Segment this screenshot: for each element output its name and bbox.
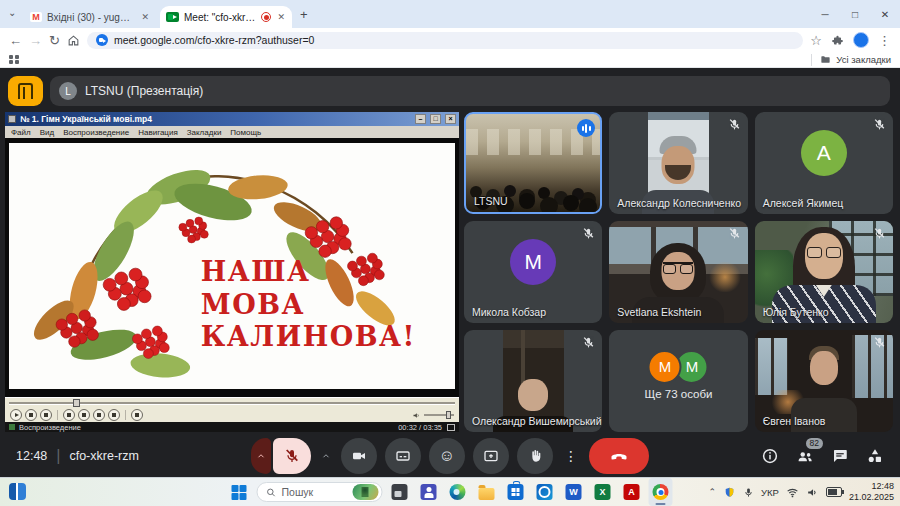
presentation-logo[interactable] — [8, 76, 43, 106]
taskbar-search[interactable]: Пошук — [257, 482, 383, 502]
home-icon[interactable] — [67, 34, 80, 47]
browser-menu-icon[interactable]: ⋮ — [878, 34, 891, 47]
edge-icon[interactable] — [446, 478, 470, 506]
tab-gmail[interactable]: M Вхідні (30) - yugene4007@gm… ✕ — [24, 6, 156, 28]
slide-line: МОВА — [201, 289, 416, 321]
participant-tile[interactable]: Svetlana Ekshtein — [609, 221, 747, 323]
skip-back-button[interactable] — [63, 409, 75, 421]
outlook-icon[interactable] — [533, 478, 557, 506]
microsoft-store-icon[interactable] — [504, 478, 528, 506]
all-bookmarks-button[interactable]: Усі закладки — [811, 54, 891, 66]
taskbar-clock[interactable]: 12:48 21.02.2025 — [849, 481, 894, 503]
teams-icon[interactable] — [417, 478, 441, 506]
bookmark-star-icon[interactable]: ☆ — [810, 34, 822, 47]
profile-avatar[interactable] — [853, 32, 869, 48]
camera-toggle-button[interactable] — [341, 438, 377, 474]
menu-view[interactable]: Вид — [40, 128, 54, 137]
more-options-button[interactable]: ⋮ — [561, 438, 581, 474]
chrome-icon[interactable] — [649, 478, 673, 506]
player-maximize-button[interactable]: □ — [430, 114, 441, 124]
volume-slider[interactable] — [424, 414, 454, 416]
participant-tile[interactable]: А Алексей Якимец — [755, 112, 893, 214]
pause-button[interactable] — [25, 409, 37, 421]
language-indicator[interactable]: УКР — [761, 487, 779, 498]
back-icon[interactable]: ← — [9, 34, 22, 47]
url-bar[interactable]: meet.google.com/cfo-xkre-rzm?authuser=0 — [87, 32, 803, 49]
tab-close-icon[interactable]: ✕ — [276, 12, 286, 22]
step-forward-button[interactable] — [93, 409, 105, 421]
acrobat-icon[interactable]: A — [620, 478, 644, 506]
close-button[interactable]: ✕ — [870, 0, 900, 28]
minimize-button[interactable]: ─ — [810, 0, 840, 28]
seek-thumb[interactable] — [73, 399, 80, 407]
forward-icon[interactable]: → — [29, 34, 42, 47]
word-icon[interactable]: W — [562, 478, 586, 506]
menu-bookmarks[interactable]: Закладки — [187, 128, 222, 137]
seek-bar[interactable] — [5, 397, 459, 408]
stop-button[interactable] — [40, 409, 52, 421]
tray-expand-icon[interactable]: ⌃ — [709, 487, 717, 497]
menu-playback[interactable]: Воспроизведение — [63, 128, 129, 137]
meet-header: L LTSNU (Презентація) — [8, 76, 890, 106]
tab-meet[interactable]: Meet: "cfo-xkre-rzm" ✕ — [160, 6, 292, 28]
mic-off-icon — [873, 227, 886, 240]
participant-tile[interactable]: Євген Іванов — [755, 330, 893, 432]
extensions-icon[interactable] — [831, 34, 844, 47]
fullscreen-button[interactable] — [131, 409, 143, 421]
participant-name: Євген Іванов — [763, 415, 826, 427]
presentation-banner[interactable]: L LTSNU (Презентація) — [50, 76, 890, 106]
security-tray-icon[interactable] — [723, 486, 736, 499]
search-placeholder: Пошук — [282, 486, 348, 498]
file-explorer-icon[interactable] — [475, 478, 499, 506]
excel-icon[interactable]: X — [591, 478, 615, 506]
participant-tile[interactable]: Александр Колесниченко — [609, 112, 747, 214]
step-back-button[interactable] — [78, 409, 90, 421]
tab-close-icon[interactable]: ✕ — [140, 12, 150, 22]
menu-help[interactable]: Помощь — [230, 128, 261, 137]
site-icon — [96, 34, 108, 46]
task-view-button[interactable] — [388, 478, 412, 506]
meeting-code: cfo-xkre-rzm — [69, 449, 138, 463]
presenter-avatar: L — [59, 82, 77, 100]
search-highlight-image — [353, 484, 379, 500]
status-icon — [9, 424, 15, 430]
meeting-details-button[interactable] — [761, 447, 779, 465]
skip-forward-button[interactable] — [108, 409, 120, 421]
captions-button[interactable] — [385, 438, 421, 474]
participant-tile[interactable]: Олександр Вишемирський — [464, 330, 602, 432]
camera-options-chevron[interactable] — [319, 451, 333, 461]
chat-panel-button[interactable] — [831, 447, 849, 465]
player-minimize-button[interactable]: – — [415, 114, 426, 124]
mic-toggle-button[interactable] — [273, 438, 311, 474]
wifi-icon[interactable] — [786, 486, 799, 499]
menu-navigation[interactable]: Навигация — [138, 128, 178, 137]
system-tray: ⌃ УКР 12:48 21.02.2025 — [709, 478, 895, 506]
new-tab-button[interactable]: + — [300, 7, 308, 22]
activities-button[interactable] — [866, 447, 884, 465]
taskbar-app-icon[interactable] — [9, 483, 26, 500]
present-button[interactable] — [473, 438, 509, 474]
people-panel-button[interactable]: 82 — [796, 447, 814, 465]
clock-date: 21.02.2025 — [849, 492, 894, 503]
maximize-button[interactable]: □ — [840, 0, 870, 28]
mic-options-chevron[interactable] — [251, 438, 271, 474]
participant-tile[interactable]: М Микола Кобзар — [464, 221, 602, 323]
leave-call-button[interactable] — [589, 438, 649, 474]
overflow-tile[interactable]: М М Ще 73 особи — [609, 330, 747, 432]
video-frame: НАША МОВА КАЛИНОВА! — [9, 143, 455, 389]
tab-search-icon[interactable]: ⌄ — [8, 7, 16, 18]
reactions-button[interactable]: ☺ — [429, 438, 465, 474]
play-button[interactable] — [10, 409, 22, 421]
battery-icon[interactable] — [826, 487, 842, 497]
player-close-button[interactable]: × — [445, 114, 456, 124]
start-button[interactable] — [228, 478, 252, 506]
participant-tile[interactable]: Юлія Бутенко — [755, 221, 893, 323]
participant-tile[interactable]: LTSNU — [464, 112, 602, 214]
menu-file[interactable]: Файл — [11, 128, 31, 137]
mic-tray-icon[interactable] — [743, 487, 754, 498]
reload-icon[interactable]: ↻ — [49, 34, 60, 47]
volume-tray-icon[interactable] — [806, 486, 819, 499]
raise-hand-button[interactable] — [517, 438, 553, 474]
folder-icon — [820, 54, 831, 65]
apps-grid-icon[interactable] — [9, 55, 19, 65]
